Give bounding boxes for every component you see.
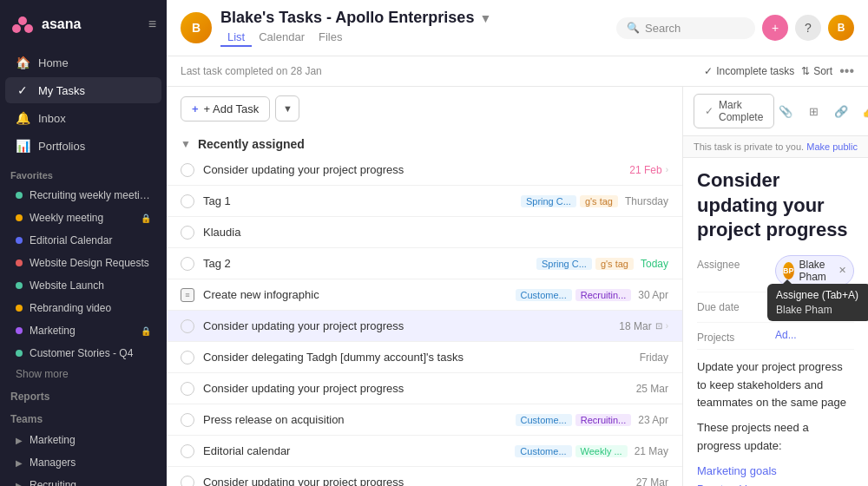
favorite-item-mkt[interactable]: Marketing 🔒 bbox=[5, 320, 161, 341]
team-item-marketing[interactable]: ▶ Marketing bbox=[5, 430, 161, 450]
table-row[interactable]: Editorial calendar Custome... Weekly ...… bbox=[167, 436, 682, 467]
task-checkbox[interactable] bbox=[181, 413, 194, 427]
sidebar-item-portfolios[interactable]: 📊 Portfolios bbox=[5, 133, 161, 159]
add-task-label: + Add Task bbox=[204, 102, 260, 115]
task-icon: ≡ bbox=[181, 288, 194, 302]
task-date: 25 Mar bbox=[636, 383, 668, 395]
sidebar-label-home: Home bbox=[38, 56, 69, 69]
assignee-value: BP Blake Pham ✕ Assignee (Tab+A) Blake P… bbox=[775, 255, 854, 286]
task-checkbox[interactable] bbox=[181, 382, 194, 396]
tooltip-name: Blake Pham bbox=[776, 304, 863, 316]
table-row[interactable]: Consider updating your project progress … bbox=[167, 467, 682, 486]
portfolios-icon: 📊 bbox=[16, 139, 30, 153]
sort-button[interactable]: ⇅ Sort bbox=[801, 65, 832, 77]
toolbar-right: ✓ Incomplete tasks ⇅ Sort ••• bbox=[704, 63, 854, 79]
sidebar-item-my-tasks[interactable]: ✓ My Tasks bbox=[5, 77, 161, 103]
task-checkbox[interactable] bbox=[181, 226, 194, 240]
make-public-link[interactable]: Make public bbox=[806, 141, 858, 152]
fav-dot-wdr bbox=[16, 259, 23, 266]
task-checkbox[interactable] bbox=[181, 319, 194, 333]
table-row[interactable]: Consider updating your project progress … bbox=[167, 154, 682, 186]
more-options-button[interactable]: ••• bbox=[839, 63, 854, 79]
projects-field: Projects Ad... bbox=[697, 323, 854, 350]
sort-label: Sort bbox=[813, 65, 832, 77]
section-label: Recently assigned bbox=[198, 137, 305, 151]
fav-label-wdr: Website Design Requests bbox=[30, 257, 151, 269]
tab-list[interactable]: List bbox=[220, 29, 252, 47]
attachment-button[interactable]: 📎 bbox=[774, 100, 797, 122]
tab-calendar[interactable]: Calendar bbox=[252, 29, 312, 47]
tooltip-shortcut: Assignee (Tab+A) bbox=[776, 289, 863, 301]
check-icon: ✓ bbox=[704, 65, 713, 77]
tag-spring: Spring C... bbox=[521, 195, 576, 207]
description-p1: Update your project progress to keep sta… bbox=[697, 358, 854, 412]
table-row[interactable]: Consider delegating Tadgh [dummy account… bbox=[167, 342, 682, 373]
tab-files[interactable]: Files bbox=[312, 29, 349, 47]
add-project-link[interactable]: Ad... bbox=[775, 329, 797, 341]
logo-mark: asana bbox=[10, 12, 81, 36]
content-area: + + Add Task ▼ ▼ Recently assigned Consi… bbox=[167, 87, 868, 486]
favorite-item-rv[interactable]: Rebranding video bbox=[5, 298, 161, 319]
subtask-button[interactable]: ⊞ bbox=[802, 100, 825, 122]
tag-spring: Spring C... bbox=[536, 258, 592, 270]
fav-dot-mkt bbox=[16, 327, 23, 334]
favorite-item-rwm[interactable]: Recruiting weekly meeting bbox=[5, 185, 161, 206]
task-checkbox[interactable] bbox=[181, 257, 194, 271]
favorite-item-csq4[interactable]: Customer Stories - Q4 bbox=[5, 343, 161, 364]
link-button[interactable]: 🔗 bbox=[830, 100, 852, 122]
task-checkbox[interactable] bbox=[181, 476, 194, 487]
team-item-managers[interactable]: ▶ Managers bbox=[5, 452, 161, 473]
description-p2: These projects need a progress update: bbox=[697, 419, 854, 456]
add-task-button[interactable]: + bbox=[762, 15, 788, 41]
subtask-icon: ⊡ bbox=[655, 321, 662, 331]
link-marketing-goals[interactable]: Marketing goals bbox=[697, 463, 854, 481]
add-task-button[interactable]: + + Add Task bbox=[181, 96, 270, 122]
table-row[interactable]: Klaudia bbox=[167, 217, 682, 248]
chevron-right-icon: ▶ bbox=[16, 481, 23, 487]
assignee-chip[interactable]: BP Blake Pham ✕ Assignee (Tab+A) Blake P… bbox=[775, 255, 854, 286]
page-header: B Blake's Tasks - Apollo Enterprises ▼ L… bbox=[167, 0, 868, 56]
profile-avatar[interactable]: B bbox=[828, 15, 854, 41]
section-collapse-icon[interactable]: ▼ bbox=[181, 138, 191, 150]
task-checkbox[interactable] bbox=[181, 351, 194, 364]
tag-customer: Custome... bbox=[515, 445, 571, 457]
fav-label-rv: Rebranding video bbox=[30, 302, 151, 314]
projects-label: Projects bbox=[697, 328, 775, 344]
table-row[interactable]: ≡ Create new infographic Custome... Recr… bbox=[167, 279, 682, 311]
collapse-button[interactable]: ≡ bbox=[148, 16, 156, 32]
table-row[interactable]: Tag 2 Spring C... g's tag Today bbox=[167, 248, 682, 279]
help-button[interactable]: ? bbox=[795, 15, 821, 41]
favorite-item-wdr[interactable]: Website Design Requests bbox=[5, 253, 161, 273]
link-bug-tracking[interactable]: Bug tracking bbox=[697, 481, 854, 486]
show-more-button[interactable]: Show more bbox=[5, 364, 161, 384]
sidebar-item-inbox[interactable]: 🔔 Inbox bbox=[5, 105, 161, 131]
add-task-dropdown[interactable]: ▼ bbox=[275, 95, 299, 122]
team-item-recruiting[interactable]: ▶ Recruiting bbox=[5, 475, 161, 486]
tag-recruiting: Recruitin... bbox=[575, 289, 632, 301]
like-button[interactable]: 👍 bbox=[858, 100, 868, 122]
asana-logo-icon bbox=[10, 12, 35, 36]
favorite-item-wm[interactable]: Weekly meeting 🔒 bbox=[5, 207, 161, 228]
table-row[interactable]: Consider updating your project progress … bbox=[167, 373, 682, 404]
table-row[interactable]: Tag 1 Spring C... g's tag Thursday bbox=[167, 186, 682, 217]
remove-assignee-button[interactable]: ✕ bbox=[838, 265, 846, 276]
task-checkbox[interactable] bbox=[181, 444, 194, 458]
fav-dot-rwm bbox=[16, 192, 23, 199]
task-date: 23 Apr bbox=[638, 414, 668, 426]
task-name: Consider updating your project progress bbox=[203, 476, 629, 486]
search-bar[interactable]: 🔍 Search bbox=[616, 17, 755, 39]
fav-dot-ec bbox=[16, 237, 23, 244]
mark-complete-button[interactable]: ✓ Mark Complete bbox=[694, 94, 774, 128]
title-chevron-icon[interactable]: ▼ bbox=[479, 11, 491, 25]
task-checkbox[interactable] bbox=[181, 194, 194, 208]
favorite-item-ec[interactable]: Editorial Calendar bbox=[5, 230, 161, 251]
table-row[interactable]: Consider updating your project progress … bbox=[167, 311, 682, 342]
header-title-block: Blake's Tasks - Apollo Enterprises ▼ Lis… bbox=[220, 9, 491, 47]
incomplete-tasks-filter[interactable]: ✓ Incomplete tasks bbox=[704, 65, 794, 77]
sidebar-item-home[interactable]: 🏠 Home bbox=[5, 49, 161, 76]
task-checkbox[interactable] bbox=[181, 163, 194, 177]
task-tags: Spring C... g's tag bbox=[521, 195, 618, 207]
inbox-icon: 🔔 bbox=[16, 111, 30, 125]
favorite-item-wl[interactable]: Website Launch bbox=[5, 275, 161, 296]
table-row[interactable]: Press release on acquisition Custome... … bbox=[167, 404, 682, 436]
